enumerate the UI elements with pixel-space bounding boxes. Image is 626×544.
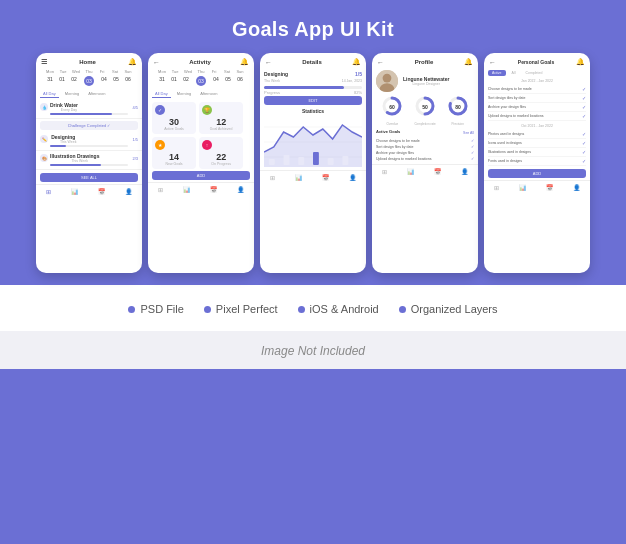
svg-rect-6 (313, 152, 319, 165)
svg-rect-5 (298, 157, 304, 165)
back-icon-pg[interactable]: ← (489, 59, 496, 66)
chart-nav-icon5[interactable]: 📊 (519, 184, 526, 191)
layers-label: Organized Layers (411, 303, 498, 315)
phone-profile-header: ← Profile 🔔 (372, 53, 478, 68)
back-icon-profile[interactable]: ← (377, 59, 384, 66)
menu-icon: ☰ (41, 58, 47, 66)
home-filters: All Day Morning Afternoon (36, 88, 142, 100)
goal-item: 🎨 Illustration Drawings This Week 2/3 (36, 151, 142, 170)
home-nav-icon2[interactable]: ⊞ (158, 186, 163, 193)
ios-label: iOS & Android (310, 303, 379, 315)
add-button[interactable]: ADD (152, 171, 250, 180)
challenge-badge: Challenge Completed ✓ (40, 121, 138, 130)
chart-nav-icon4[interactable]: 📊 (407, 168, 414, 175)
stats-chart (264, 117, 362, 167)
svg-rect-7 (328, 158, 334, 165)
activity-card: 🏆 12 Goal Achieved (199, 102, 243, 134)
phone-profile: ← Profile 🔔 Lingune Nettewater L (372, 53, 478, 273)
svg-text:50: 50 (422, 104, 428, 110)
chart-nav-icon[interactable]: 📊 (71, 188, 78, 195)
date-range-2: Oct 2021 - Jan 2022 (488, 124, 586, 128)
bottom-nav: ⊞ 📊 📅 👤 (36, 184, 142, 197)
bottom-nav-details: ⊞ 📊 📅 👤 (260, 170, 366, 183)
user-nav-icon5[interactable]: 👤 (573, 184, 580, 191)
home-nav-icon5[interactable]: ⊞ (494, 184, 499, 191)
calendar-nav-icon4[interactable]: 📅 (434, 168, 441, 175)
home-nav-icon[interactable]: ⊞ (46, 188, 51, 195)
avatar (376, 70, 398, 92)
bottom-nav-activity: ⊞ 📊 📅 👤 (148, 182, 254, 195)
phones-row: ☰ Home 🔔 Mon Tue Wed Thu Fri Sat Sun 31 … (10, 53, 616, 273)
tab-active[interactable]: Active (488, 70, 506, 76)
home-nav-icon4[interactable]: ⊞ (382, 168, 387, 175)
tab-completed[interactable]: Completed (521, 70, 546, 76)
pg-goal-row: Choose designs to be made✓ (488, 85, 586, 94)
bell-icon: 🔔 (128, 58, 137, 66)
add-button-pg[interactable]: ADD (488, 169, 586, 178)
pg-filter-tabs: Active All Completed (488, 70, 586, 76)
phone-home-header: ☰ Home 🔔 (36, 53, 142, 68)
calendar-nav-icon2[interactable]: 📅 (210, 186, 217, 193)
back-icon[interactable]: ← (153, 59, 160, 66)
user-nav-icon4[interactable]: 👤 (461, 168, 468, 175)
illustration-icon: 🎨 (40, 154, 48, 162)
chart-nav-icon3[interactable]: 📊 (295, 174, 302, 181)
back-icon-details[interactable]: ← (265, 59, 272, 66)
home-nav-icon3[interactable]: ⊞ (270, 174, 275, 181)
edit-button[interactable]: EDIT (264, 96, 362, 105)
stats-donuts: 60 Overdue 50 Completion rate (376, 95, 474, 126)
stat-overdue: 60 Overdue (381, 95, 403, 126)
activity-calendar: Mon Tue Wed Thu Fri Sat Sun 31 01 02 03 … (148, 68, 254, 88)
new-goals-icon: ★ (155, 140, 165, 150)
design-icon: ✏️ (40, 135, 48, 143)
phone-details: ← Details 🔔 Designing 1/5 Thu Week 14 Ja… (260, 53, 366, 273)
pg-goal-row: Fonts used in designs✓ (488, 157, 586, 166)
progress-pct: 82% (354, 90, 362, 95)
ios-dot (298, 306, 305, 313)
phone-details-header: ← Details 🔔 (260, 53, 366, 68)
bell-icon-details: 🔔 (352, 58, 361, 66)
active-goals-title: Active Goals (376, 129, 400, 134)
activity-filters: All Day Morning Afternoon (148, 88, 254, 100)
user-nav-icon2[interactable]: 👤 (237, 186, 244, 193)
phone-activity-title: Activity (189, 59, 211, 65)
pg-goal-row: Upload designs to marked locations✓ (488, 112, 586, 121)
tab-all[interactable]: All (508, 70, 520, 76)
top-section: Goals App UI Kit ☰ Home 🔔 Mon Tue Wed Th… (0, 0, 626, 285)
profile-handle: Lingune Designer (403, 82, 449, 86)
bell-icon-pg: 🔔 (576, 58, 585, 66)
pixel-label: Pixel Perfect (216, 303, 278, 315)
psd-dot (128, 306, 135, 313)
user-nav-icon3[interactable]: 👤 (349, 174, 356, 181)
calendar-nav-icon5[interactable]: 📅 (546, 184, 553, 191)
chart-nav-icon2[interactable]: 📊 (183, 186, 190, 193)
svg-text:60: 60 (390, 104, 396, 110)
see-all-link[interactable]: See All (463, 131, 474, 135)
phone-home-title: Home (79, 59, 96, 65)
calendar: Mon Tue Wed Thu Fri Sat Sun 31 01 02 03 … (36, 68, 142, 88)
task-name: Designing (264, 71, 288, 77)
progress-icon: ↑ (202, 140, 212, 150)
calendar-nav-icon[interactable]: 📅 (98, 188, 105, 195)
phone-personal-goals: ← Personal Goals 🔔 Active All Completed … (484, 53, 590, 273)
bell-icon-activity: 🔔 (240, 58, 249, 66)
goal-item: 💧 Drink Water Every Day 4/5 (36, 100, 142, 119)
svg-rect-4 (284, 155, 290, 165)
calendar-nav-icon3[interactable]: 📅 (322, 174, 329, 181)
task-count: 1/5 (355, 71, 362, 77)
phone-pg-title: Personal Goals (518, 59, 554, 65)
footer-section: Image Not Included (0, 331, 626, 369)
bottom-section: PSD File Pixel Perfect iOS & Android Org… (0, 285, 626, 331)
phone-pg-header: ← Personal Goals 🔔 (484, 53, 590, 68)
feature-pixel: Pixel Perfect (204, 303, 278, 315)
pg-goal-row: Photos used in designs✓ (488, 130, 586, 139)
phone-activity: ← Activity 🔔 Mon Tue Wed Thu Fri Sat Sun… (148, 53, 254, 273)
achieved-icon: 🏆 (202, 105, 212, 115)
feature-layers: Organized Layers (399, 303, 498, 315)
user-nav-icon[interactable]: 👤 (125, 188, 132, 195)
stat-precision: 80 Precision (447, 95, 469, 126)
pg-goal-row: Illustrations used in designs✓ (488, 148, 586, 157)
profile-avatar-row: Lingune Nettewater Lingune Designer (376, 70, 474, 92)
see-all-button[interactable]: SEE ALL (40, 173, 138, 182)
phone-activity-header: ← Activity 🔔 (148, 53, 254, 68)
